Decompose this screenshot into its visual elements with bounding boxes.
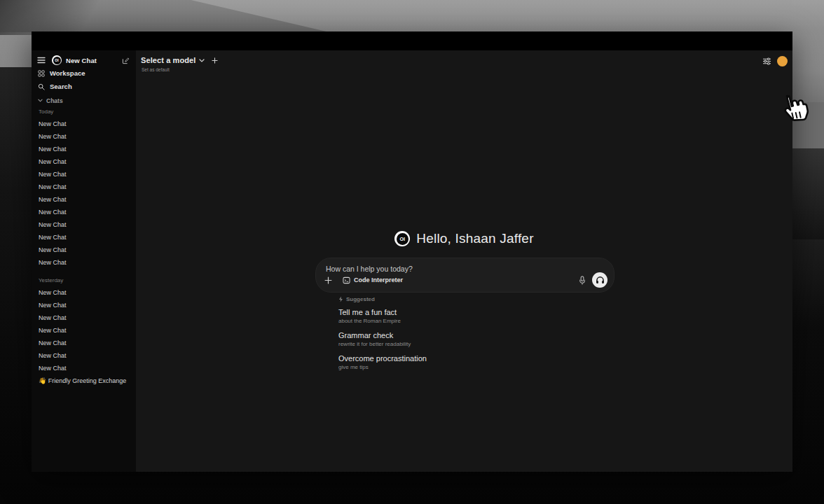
chat-list-item[interactable]: New Chat (32, 312, 136, 324)
code-interpreter-label: Code Interpreter (354, 276, 403, 284)
chat-list-item[interactable]: New Chat (32, 244, 136, 256)
prompt-title: Tell me a fun fact (338, 308, 570, 316)
app-logo-text: OI (397, 233, 408, 245)
wallpaper-shape (0, 67, 32, 473)
app-logo: OI (52, 55, 62, 65)
prompt-title: Overcome procrastination (338, 354, 570, 363)
chat-list-item[interactable]: New Chat (32, 130, 136, 143)
attach-plus-button[interactable] (324, 276, 332, 284)
chat-list-item[interactable]: New Chat (32, 218, 136, 231)
suggested-prompts: Tell me a fun fact about the Roman Empir… (338, 308, 570, 370)
search-icon (38, 83, 45, 90)
suggested-prompt[interactable]: Grammar check rewrite it for better read… (338, 331, 570, 347)
app-logo: OI (394, 231, 410, 246)
greeting-text: Hello, Ishaan Jaffer (416, 231, 533, 246)
wallpaper-shape (792, 148, 824, 239)
chat-list-item[interactable]: New Chat (32, 286, 136, 299)
chat-list-item[interactable]: New Chat (32, 231, 136, 244)
sidebar: OI New Chat Workspace Search Chats T (32, 50, 136, 472)
prompt-title: Grammar check (338, 331, 570, 340)
app-logo-text: OI (53, 57, 61, 64)
sidebar-item-label: Workspace (50, 69, 85, 77)
header-controls (762, 56, 788, 66)
add-model-button[interactable] (212, 57, 218, 64)
sidebar-item-workspace[interactable]: Workspace (38, 69, 136, 78)
chat-list-item[interactable]: New Chat (32, 118, 136, 130)
sidebar-toggle-icon[interactable] (37, 57, 46, 64)
chat-list-item[interactable]: New Chat (32, 349, 136, 362)
greeting-row: OI Hello, Ishaan Jaffer (136, 230, 792, 247)
message-composer: Code Interpreter (315, 258, 614, 293)
headphones-icon (596, 276, 605, 284)
chevron-down-icon (199, 59, 205, 62)
chat-list-item[interactable]: New Chat (32, 168, 136, 181)
prompt-subtitle: rewrite it for better readability (338, 341, 570, 347)
chat-list-item[interactable]: New Chat (32, 299, 136, 312)
chat-list-item[interactable]: 👋 Friendly Greeting Exchange (32, 374, 136, 387)
mic-button[interactable] (579, 276, 586, 285)
suggested-prompt[interactable]: Overcome procrastination give me tips (338, 354, 570, 370)
suggested-section: Suggested Tell me a fun fact about the R… (338, 295, 570, 377)
sidebar-item-search[interactable]: Search (38, 82, 136, 91)
desktop-background: OI New Chat Workspace Search Chats T (0, 0, 824, 504)
wallpaper-shape (0, 0, 105, 35)
chevron-down-icon (38, 99, 43, 102)
chat-list-item[interactable]: New Chat (32, 362, 136, 374)
bolt-icon (338, 296, 343, 302)
suggested-header: Suggested (338, 295, 570, 302)
chat-list-item[interactable]: New Chat (32, 324, 136, 337)
chat-group-label-yesterday: Yesterday (39, 277, 136, 284)
model-selector[interactable]: Select a model (141, 56, 218, 64)
chat-list-today: New Chat New Chat New Chat New Chat New … (32, 118, 136, 269)
code-interpreter-icon (343, 276, 350, 284)
suggested-label: Suggested (346, 296, 375, 302)
chat-list-item[interactable]: New Chat (32, 256, 136, 269)
sidebar-header: OI New Chat (37, 55, 130, 66)
chat-list-item[interactable]: New Chat (32, 181, 136, 193)
app-window: OI New Chat Workspace Search Chats T (32, 31, 792, 472)
user-avatar[interactable] (777, 56, 788, 66)
main-area: Select a model Set as default OI Hello, … (136, 50, 792, 472)
chats-section-header[interactable]: Chats (38, 97, 136, 104)
new-chat-button[interactable] (122, 57, 130, 64)
sidebar-title: New Chat (66, 57, 97, 64)
voice-mode-button[interactable] (592, 272, 607, 288)
chat-list-yesterday: New Chat New Chat New Chat New Chat New … (32, 286, 136, 387)
suggested-prompt[interactable]: Tell me a fun fact about the Roman Empir… (338, 308, 570, 324)
model-selector-label: Select a model (141, 56, 195, 64)
chat-list-item[interactable]: New Chat (32, 193, 136, 206)
code-interpreter-toggle[interactable]: Code Interpreter (343, 276, 403, 284)
settings-sliders-icon[interactable] (762, 57, 771, 65)
chat-list-item[interactable]: New Chat (32, 143, 136, 155)
prompt-subtitle: about the Roman Empire (338, 318, 570, 324)
chat-list-item[interactable]: New Chat (32, 337, 136, 349)
wallpaper-shape (792, 102, 824, 148)
chat-list-item[interactable]: New Chat (32, 155, 136, 168)
chat-group-label-today: Today (39, 108, 136, 115)
chats-section-label: Chats (46, 97, 63, 104)
composer-toolbar: Code Interpreter (324, 272, 607, 288)
prompt-subtitle: give me tips (338, 364, 570, 370)
sidebar-item-label: Search (50, 83, 72, 90)
set-as-default-link[interactable]: Set as default (142, 67, 170, 72)
window-titlebar (32, 31, 792, 50)
chat-list-item[interactable]: New Chat (32, 206, 136, 218)
grid-icon (38, 70, 45, 77)
